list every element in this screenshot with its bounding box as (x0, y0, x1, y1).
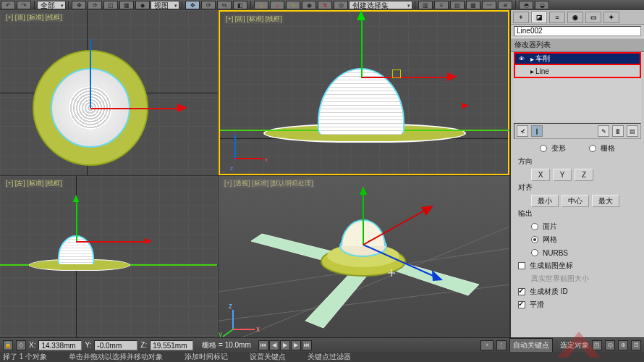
tab-display-icon[interactable]: ▭ (585, 12, 601, 23)
viewport-perspective[interactable]: z x y [+] [透视] [标准] [默认明暗处理] (219, 176, 509, 338)
object-name-field[interactable]: Line002 (514, 26, 641, 36)
tab-create-icon[interactable]: + (513, 12, 529, 23)
undo-icon[interactable]: ↶ (1, 1, 15, 9)
chk-smooth[interactable] (518, 301, 525, 308)
goto-start-icon[interactable]: ⏮ (258, 340, 268, 350)
make-unique-icon[interactable]: ✎ (598, 125, 609, 137)
viewport-label: [+] [顶] [标准] [线框] (4, 13, 64, 22)
snap-percent-icon[interactable]: % (217, 1, 232, 9)
add-keys-icon[interactable]: + (480, 340, 493, 350)
radio-patch[interactable] (531, 223, 538, 230)
named-sel-dropdown[interactable]: 创建选择集 (349, 1, 412, 9)
next-frame-icon[interactable]: ▶ (291, 340, 301, 350)
modifier-name: Line (535, 67, 549, 75)
tab-modify-icon[interactable]: ◪ (531, 12, 547, 23)
snap-move-icon[interactable]: ✥ (185, 1, 200, 9)
coord-icon[interactable]: ◆ (135, 1, 150, 9)
key-mode-icon[interactable]: ⋮ (496, 340, 507, 350)
configure-icon[interactable]: ▤ (627, 125, 638, 137)
status-bar: 择了 1 个对象 单击并拖动以选择并移动对象 添加时间标记 设置关键点 关键点过… (0, 352, 644, 362)
redo-icon[interactable]: ↷ (17, 1, 31, 9)
align-icon[interactable]: ≡ (434, 1, 449, 9)
nav4-icon[interactable]: ⊡ (631, 340, 641, 350)
tab-hierarchy-icon[interactable]: ≡ (549, 12, 565, 23)
radio-deform[interactable] (540, 145, 547, 152)
expand-icon[interactable]: ▸ (528, 55, 535, 63)
coord-dropdown[interactable]: 视图 (151, 1, 179, 9)
coord-z-field[interactable]: 19.551mm (150, 340, 193, 350)
coord-bar: 🔒 ◇ X: 14.338mm Y: -0.0mm Z: 19.551mm 栅格… (0, 337, 644, 352)
svg-text:x: x (256, 325, 260, 333)
curve-icon[interactable]: 〰 (482, 1, 496, 9)
coord-y-field[interactable]: -0.0mm (94, 340, 137, 350)
svg-text:z: z (229, 302, 232, 310)
rotate-icon[interactable]: ⟳ (88, 1, 102, 9)
tab-motion-icon[interactable]: ◉ (567, 12, 583, 23)
chk-matid[interactable] (518, 288, 525, 295)
radio-grid[interactable] (589, 145, 596, 152)
y-label: Y: (85, 341, 91, 349)
modifier-row-lathe[interactable]: 👁 ▸ 车削 (514, 52, 641, 65)
nav3-icon[interactable]: ⊕ (618, 340, 628, 350)
play-icon[interactable]: ▶ (280, 340, 290, 350)
x-label: X: (29, 341, 35, 349)
nav2-icon[interactable]: ◵ (605, 340, 615, 350)
modifier-row-line[interactable]: ▸ Line (514, 65, 641, 78)
tool-icon[interactable]: ▦ (119, 1, 134, 9)
prev-frame-icon[interactable]: ◀ (269, 340, 279, 350)
lock-icon[interactable]: 🔒 (3, 340, 13, 350)
coord-x-field[interactable]: 14.338mm (38, 340, 82, 350)
command-panel: + ◪ ≡ ◉ ▭ ✦ Line002 修改器列表 👁 ▸ 车削 ▸ Line … (511, 10, 644, 362)
pin-stack-icon[interactable]: ⊀ (517, 125, 528, 137)
modifier-stack[interactable]: 👁 ▸ 车削 ▸ Line (514, 52, 641, 122)
show-end-result-icon[interactable]: ∥ (531, 125, 543, 137)
viewport-left[interactable]: [+] [左] [标准] [线框] (0, 176, 218, 338)
align-min-button[interactable]: 最小 (531, 195, 559, 207)
key-filter[interactable]: 关键点过滤器 (308, 352, 351, 362)
axis-x-button[interactable]: X (531, 169, 550, 181)
eye-icon[interactable] (517, 66, 527, 76)
graph-icon[interactable]: ≋ (498, 1, 512, 9)
section-direction: 方向 (518, 156, 533, 167)
radio-nurbs[interactable] (531, 249, 538, 256)
radio-mesh[interactable] (531, 236, 538, 243)
iso-icon[interactable]: ◇ (16, 340, 26, 350)
autokey-button[interactable]: 自动关键点 (509, 338, 553, 353)
viewport-top[interactable]: [+] [顶] [标准] [线框] (0, 10, 218, 175)
label-matid: 生成材质 ID (530, 287, 568, 297)
eye-icon[interactable]: 👁 (517, 54, 527, 64)
selection-count: 择了 1 个对象 (3, 352, 47, 362)
label-mesh: 网格 (543, 235, 557, 245)
material-icon[interactable]: ◒ (535, 1, 549, 9)
layer-icon[interactable]: ▤ (450, 1, 465, 9)
viewport-front[interactable]: z x [+] [前] [标准] [线框] (219, 10, 509, 175)
mag-icon[interactable]: ⌕ (270, 1, 284, 9)
axis-y-button[interactable]: Y (553, 169, 572, 181)
snap-tool-icon[interactable]: ◧ (233, 1, 247, 9)
set-key[interactable]: 设置关键点 (250, 352, 286, 362)
label-genmap-sub: 真实世界贴图大小 (531, 274, 589, 284)
misc3-icon[interactable]: ◎ (334, 1, 348, 9)
mirror-icon[interactable]: ▥ (418, 1, 433, 9)
align-center-button[interactable]: 中心 (562, 195, 589, 207)
filter-all-dropdown[interactable]: 全部 (37, 1, 66, 9)
expand-icon[interactable]: ▸ (528, 67, 535, 75)
modifier-list-header[interactable]: 修改器列表 (511, 38, 644, 52)
render-icon[interactable]: ◓ (519, 1, 533, 9)
scale-icon[interactable]: ◰ (103, 1, 118, 9)
misc2-icon[interactable]: ↯ (318, 1, 332, 9)
snap-rotate-icon[interactable]: ⟳ (201, 1, 216, 9)
num-3-icon[interactable]: 3 (254, 1, 268, 9)
align-max-button[interactable]: 最大 (592, 195, 619, 207)
chk-genmap[interactable] (518, 262, 525, 269)
spline-icon[interactable]: ∿ (286, 1, 300, 9)
misc1-icon[interactable]: ◉ (302, 1, 316, 9)
axis-z-button[interactable]: Z (575, 169, 593, 181)
tab-utilities-icon[interactable]: ✦ (603, 12, 619, 23)
tag-time[interactable]: 添加时间标记 (185, 352, 228, 362)
goto-end-icon[interactable]: ⏭ (302, 340, 312, 350)
remove-mod-icon[interactable]: 🗑 (612, 125, 624, 137)
move-icon[interactable]: ✥ (72, 1, 86, 9)
svg-marker-10 (360, 186, 367, 195)
scene-icon[interactable]: ▦ (466, 1, 480, 9)
